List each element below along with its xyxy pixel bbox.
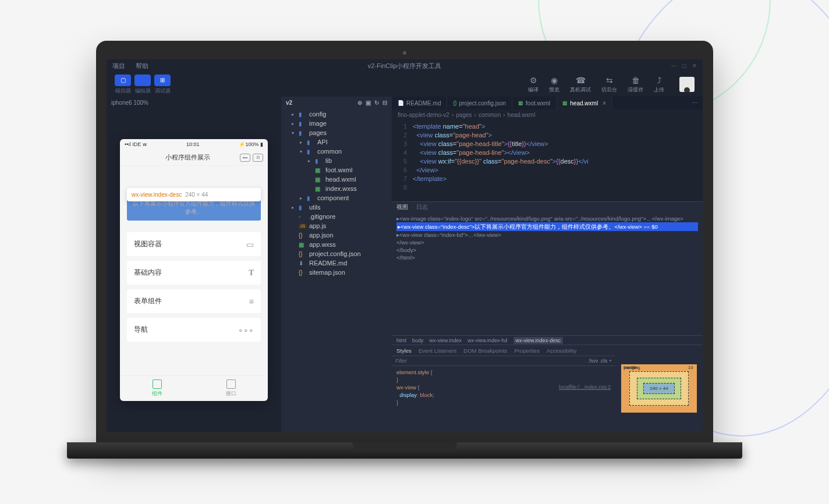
- tree-item[interactable]: {}project.config.json: [281, 249, 392, 258]
- styles-tab[interactable]: Properties: [514, 347, 539, 354]
- avatar[interactable]: [679, 77, 695, 92]
- status-signal: ••ıl IDE ᴡ: [125, 141, 147, 147]
- component-icon: [153, 379, 162, 389]
- editor-tab[interactable]: ▦head.wxml×: [557, 97, 612, 109]
- explorer-root: v2: [286, 100, 292, 106]
- list-item[interactable]: 基础内容𝐓: [127, 261, 261, 285]
- crumb-item[interactable]: wx-view.index-desc: [513, 337, 564, 344]
- tree-item[interactable]: ▸▮component: [281, 193, 392, 203]
- toolbar-action-上传[interactable]: ⤴上传: [654, 76, 664, 94]
- editor-panel: 📄README.md{}project.config.json▦foot.wxm…: [392, 97, 703, 432]
- tree-item[interactable]: ▸▮utils: [281, 203, 392, 212]
- tree-item[interactable]: ▸▮lib: [281, 156, 392, 165]
- crumb-item[interactable]: html: [396, 338, 406, 343]
- styles-tab[interactable]: Accessibility: [547, 347, 577, 354]
- close-icon[interactable]: ✕: [692, 63, 698, 69]
- new-file-icon[interactable]: ⊕: [357, 100, 362, 106]
- tree-item[interactable]: JSapp.js: [281, 221, 392, 230]
- new-folder-icon[interactable]: ▣: [366, 100, 371, 106]
- elements-panel[interactable]: ▸<wx-image class="index-logo" src="../re…: [392, 212, 703, 335]
- styles-tab[interactable]: DOM Breakpoints: [463, 347, 507, 354]
- toolbar-action-预览[interactable]: ◉预览: [549, 76, 559, 94]
- devtools-tab-view[interactable]: 视图: [396, 203, 408, 211]
- styles-filter-input[interactable]: [395, 358, 588, 364]
- tree-item[interactable]: {}app.json: [281, 230, 392, 240]
- mode-tab[interactable]: ▢模拟器: [115, 74, 131, 95]
- mode-tab[interactable]: ⊞调试器: [154, 74, 171, 95]
- phone-preview[interactable]: ••ıl IDE ᴡ 10:01 ⚡100% ▮ 小程序组件展示 ••• ⊙: [120, 139, 268, 401]
- menu-help[interactable]: 帮助: [136, 62, 148, 70]
- maximize-icon[interactable]: ▢: [682, 63, 688, 69]
- tabs-more-icon[interactable]: ⋯: [687, 97, 703, 109]
- menu-close-icon[interactable]: ⊙: [253, 154, 263, 162]
- tree-item[interactable]: ▾▮common: [281, 147, 392, 156]
- refresh-icon[interactable]: ↻: [374, 100, 379, 106]
- toolbar-action-编译[interactable]: ⚙编译: [528, 76, 539, 94]
- box-content-size: 240 × 44: [643, 383, 674, 394]
- styles-toggle[interactable]: :hov .cls +: [588, 358, 612, 364]
- tree-item[interactable]: ▸▮API: [281, 137, 392, 147]
- mode-tab[interactable]: 编辑器: [134, 74, 151, 95]
- toolbar-action-真机调试[interactable]: ☎真机调试: [570, 76, 591, 94]
- styles-tab[interactable]: Event Listeners: [419, 347, 456, 354]
- collapse-icon[interactable]: ⊟: [382, 100, 387, 106]
- tree-item[interactable]: ▦foot.wxml: [281, 165, 392, 175]
- file-explorer: v2 ⊕ ▣ ↻ ⊟ ▸▮config▸▮image▾▮pages▸▮API▾▮…: [281, 97, 392, 432]
- list-item[interactable]: 导航∘∘∘: [127, 318, 261, 342]
- menu-project[interactable]: 项目: [112, 62, 125, 70]
- list-item[interactable]: 视图容器▭: [127, 232, 261, 256]
- app-title: 小程序组件展示: [135, 153, 240, 162]
- laptop-camera: [403, 51, 406, 55]
- toolbar: ▢模拟器编辑器⊞调试器 ⚙编译◉预览☎真机调试⇆切后台🗑清缓存⤴上传: [107, 72, 703, 97]
- tab-api[interactable]: 接口: [194, 376, 268, 401]
- tree-item[interactable]: ▦app.wxss: [281, 240, 392, 249]
- devtools-tab-log[interactable]: 日志: [416, 203, 428, 211]
- minimize-icon[interactable]: —: [671, 63, 677, 69]
- tree-item[interactable]: ▫.gitignore: [281, 212, 392, 221]
- list-item[interactable]: 表单组件≡: [127, 289, 261, 313]
- tree-item[interactable]: ▦head.wxml: [281, 175, 392, 184]
- ide-window: 项目 帮助 v2-FinClip小程序开发工具 — ▢ ✕ ▢模拟器编辑器⊞调试…: [107, 59, 703, 432]
- box-model: margin10 border padding 240 × 44: [615, 345, 703, 432]
- tree-item[interactable]: ▾▮pages: [281, 128, 392, 137]
- crumb-item[interactable]: wx-view.index: [430, 338, 462, 343]
- elements-breadcrumb[interactable]: htmlbodywx-view.indexwx-view.index-hdwx-…: [392, 335, 703, 345]
- breadcrumb: fino-applet-demo-v2 › pages › common › h…: [392, 109, 703, 120]
- editor-tab[interactable]: ▦foot.wxml: [512, 97, 557, 109]
- toolbar-action-切后台[interactable]: ⇆切后台: [601, 76, 617, 94]
- devtools-panel: 视图 日志 ▸<wx-image class="index-logo" src=…: [392, 201, 703, 432]
- editor-tab[interactable]: {}project.config.json: [447, 97, 512, 109]
- menu-more-icon[interactable]: •••: [240, 154, 250, 162]
- tab-component[interactable]: 组件: [120, 376, 194, 401]
- window-title: v2-FinClip小程序开发工具: [368, 62, 442, 70]
- menubar: 项目 帮助 v2-FinClip小程序开发工具 — ▢ ✕: [107, 59, 703, 72]
- tree-item[interactable]: {}sitemap.json: [281, 268, 392, 277]
- crumb-item[interactable]: wx-view.index-hd: [467, 338, 508, 343]
- sim-device-info: iphone6 100%: [107, 97, 281, 108]
- status-battery: ⚡100% ▮: [239, 141, 263, 147]
- code-editor[interactable]: 12345678 <template name="head"> <view cl…: [392, 120, 703, 201]
- styles-tab[interactable]: Styles: [396, 347, 412, 354]
- status-time: 10:01: [186, 141, 200, 147]
- tree-item[interactable]: ⬇README.md: [281, 258, 392, 268]
- crumb-item[interactable]: body: [412, 338, 424, 343]
- editor-tab[interactable]: 📄README.md: [392, 97, 447, 109]
- simulator-panel: iphone6 100% ••ıl IDE ᴡ 10:01 ⚡100% ▮ 小程…: [107, 97, 281, 432]
- inspect-tooltip: wx-view.index-desc240 × 44: [127, 188, 261, 201]
- tree-item[interactable]: ▸▮image: [281, 119, 392, 128]
- toolbar-action-清缓存[interactable]: 🗑清缓存: [628, 76, 643, 94]
- tree-item[interactable]: ▸▮config: [281, 109, 392, 119]
- css-rules[interactable]: element.style {}</span><span class="sel-…: [392, 366, 615, 432]
- tree-item[interactable]: ▦index.wxss: [281, 184, 392, 193]
- laptop-frame: 项目 帮助 v2-FinClip小程序开发工具 — ▢ ✕ ▢模拟器编辑器⊞调试…: [96, 41, 713, 459]
- api-icon: [226, 379, 236, 389]
